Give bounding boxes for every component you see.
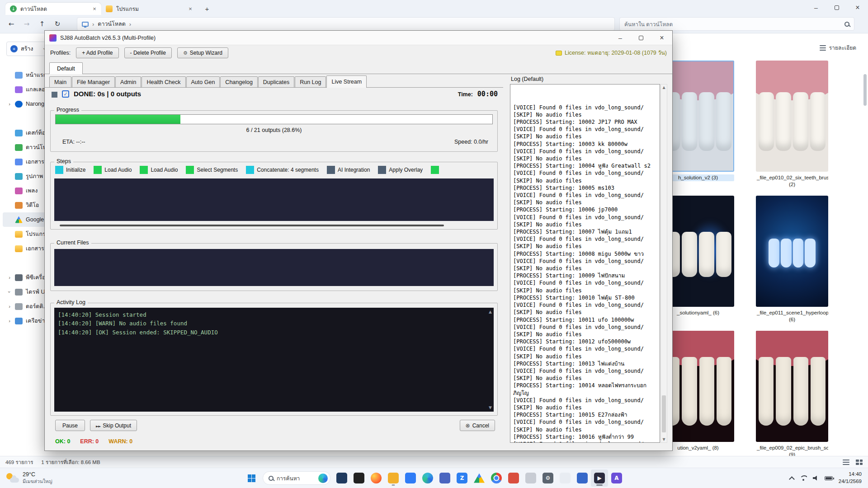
forward-button[interactable] <box>19 17 34 31</box>
weather-widget[interactable]: 29°C มีเมฆส่วนใหญ่ <box>0 468 58 488</box>
maximize-button[interactable] <box>826 0 847 15</box>
app-tab[interactable]: Changelog <box>220 76 257 87</box>
file-thumbnail[interactable] <box>662 196 734 307</box>
chevron-icon[interactable] <box>7 101 12 107</box>
grid-view-icon[interactable] <box>856 460 863 465</box>
steps-horizontal-scrollbar[interactable] <box>60 225 444 226</box>
app-tab[interactable]: Duplicates <box>258 76 294 87</box>
app-tab[interactable]: Auto Gen <box>186 76 220 87</box>
taskbar-app-button[interactable] <box>350 469 368 487</box>
taskbar-app-button[interactable]: A <box>608 469 625 487</box>
taskbar-app-button[interactable] <box>522 469 539 487</box>
battery-icon[interactable] <box>825 476 833 480</box>
details-toggle-button[interactable]: รายละเอียด <box>820 43 856 52</box>
taskbar-app-button[interactable] <box>488 469 505 487</box>
app-minimize-button[interactable] <box>610 31 631 45</box>
log-line: [SKIP] No audio files <box>513 177 658 184</box>
app-tab[interactable]: Live Stream <box>326 75 367 88</box>
taskbar-app-button[interactable] <box>505 469 522 487</box>
taskbar-app-button[interactable] <box>368 469 385 487</box>
taskbar-app-button[interactable] <box>436 469 453 487</box>
stop-icon[interactable] <box>52 92 57 98</box>
scroll-up-icon[interactable] <box>661 85 667 89</box>
chevron-icon[interactable] <box>7 275 12 280</box>
log-scrollbar[interactable] <box>660 84 667 443</box>
file-item[interactable]: h_solution_v2 (3) <box>662 61 734 188</box>
pause-button[interactable]: Pause <box>55 420 85 431</box>
add-profile-button[interactable]: + Add Profile <box>76 47 118 58</box>
wifi-icon[interactable] <box>800 475 807 481</box>
profile-tab-default[interactable]: Default <box>49 62 83 74</box>
file-thumbnail[interactable] <box>756 331 828 442</box>
minimize-button[interactable] <box>806 0 826 15</box>
taskbar-app-button[interactable] <box>333 469 350 487</box>
taskbar-clock[interactable]: 14:40 24/1/2569 <box>839 471 862 485</box>
up-button[interactable] <box>34 17 50 31</box>
skip-output-button[interactable]: Skip Output <box>90 420 137 431</box>
app-title-bar[interactable]: SJ88 AutoBatch v26.5.3 (Multi-Profile) <box>45 31 672 45</box>
taskbar-app-button[interactable] <box>385 469 402 487</box>
steps-group-label: Steps <box>54 158 73 164</box>
search-input[interactable]: ค้นหาใน ดาวน์โหลด <box>619 17 854 31</box>
taskbar-app-button[interactable] <box>419 469 436 487</box>
start-button[interactable] <box>243 469 260 487</box>
scroll-down-icon[interactable] <box>661 437 667 441</box>
address-bar[interactable]: ดาวน์โหลด <box>77 17 615 31</box>
app-close-button[interactable] <box>651 31 672 45</box>
tab-close-icon[interactable] <box>90 5 99 13</box>
license-icon <box>556 51 562 56</box>
explorer-scrollbar[interactable] <box>863 74 867 106</box>
taskbar-app-button[interactable]: ⚙ <box>539 469 557 487</box>
new-tab-button[interactable] <box>202 3 212 14</box>
file-thumbnail[interactable] <box>756 61 828 172</box>
chevron-icon[interactable] <box>7 289 12 295</box>
list-view-icon[interactable] <box>843 460 849 465</box>
cancel-button[interactable]: Cancel <box>460 420 495 431</box>
scrollbar-thumb[interactable] <box>662 395 666 432</box>
tab-close-icon[interactable] <box>186 5 194 13</box>
taskbar-app-button[interactable]: ▶ <box>591 469 608 487</box>
file-item[interactable]: _file_ep010_02_six_teeth_brush_solution_… <box>756 61 828 188</box>
delete-profile-button[interactable]: - Delete Profile <box>124 47 172 58</box>
app-tab[interactable]: Main <box>49 76 71 87</box>
new-button[interactable]: สร้าง <box>6 42 50 56</box>
taskbar-app-button[interactable] <box>574 469 591 487</box>
app-tab[interactable]: Run Log <box>295 76 326 87</box>
taskbar-app-button[interactable] <box>471 469 488 487</box>
chevron-icon[interactable] <box>7 304 12 309</box>
close-button[interactable] <box>847 0 868 15</box>
breadcrumb[interactable]: ดาวน์โหลด <box>98 19 125 28</box>
explorer-tab[interactable]: โปรแกรม <box>101 3 197 15</box>
sidebar-item-label: รูปภาพ <box>26 172 43 181</box>
taskbar-app-button[interactable] <box>557 469 574 487</box>
app-maximize-button[interactable] <box>631 31 651 45</box>
taskbar-app-button[interactable] <box>402 469 419 487</box>
activity-log-box[interactable]: [14:40:20] Session started[14:40:20] [WA… <box>54 308 494 412</box>
app-tab[interactable]: File Manager <box>72 76 115 87</box>
chevron-icon[interactable] <box>7 318 12 324</box>
file-item[interactable]: _file_ep009_02_epic_brush_solution_v2yam… <box>756 331 828 458</box>
taskbar-search[interactable]: การค้นหา <box>263 471 330 485</box>
file-item[interactable]: ution_v2yaml_ (8) <box>662 331 734 458</box>
file-item[interactable]: _file_ep011_scene1_hyperloop_problemyaml… <box>756 196 828 323</box>
file-thumbnail[interactable] <box>662 61 734 172</box>
volume-icon[interactable] <box>813 476 819 481</box>
scroll-down-icon[interactable] <box>489 405 492 410</box>
selection-info: 1 รายการที่เลือก: 8.66 MB <box>41 458 100 466</box>
eta-text: ETA: --:-- <box>62 139 85 145</box>
log-panel[interactable]: [VOICE] Found 0 files in vdo_long_sound/… <box>510 84 660 443</box>
file-thumbnail[interactable] <box>756 196 828 307</box>
taskbar-app-button[interactable]: Z <box>453 469 471 487</box>
tray-chevron-up-icon[interactable] <box>789 476 795 482</box>
taskbar-app-icon <box>508 473 519 483</box>
refresh-button[interactable] <box>50 17 65 31</box>
steps-group: Steps Initialize Load Audio L <box>50 162 498 230</box>
app-tab[interactable]: Admin <box>115 76 141 87</box>
explorer-tab[interactable]: ดาวน์โหลด <box>5 3 101 15</box>
file-item[interactable]: _solutionyaml_ (6) <box>662 196 734 323</box>
setup-wizard-button[interactable]: Setup Wizard <box>177 47 228 58</box>
file-thumbnail[interactable] <box>662 331 734 442</box>
app-tab[interactable]: Health Check <box>142 76 185 87</box>
scroll-up-icon[interactable] <box>489 310 492 314</box>
back-button[interactable] <box>4 17 19 31</box>
